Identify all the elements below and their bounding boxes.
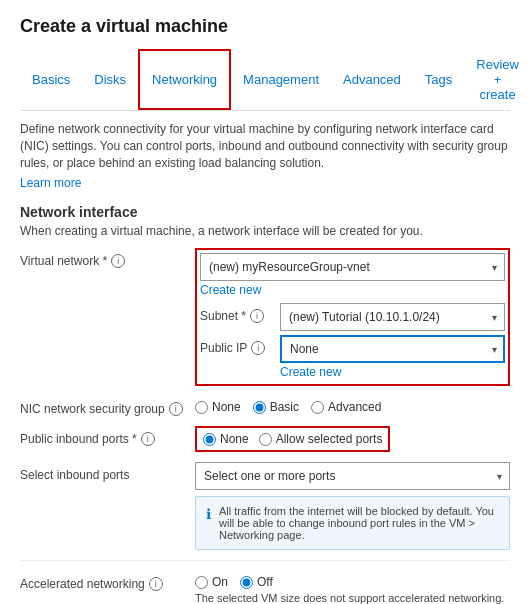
public-ip-select[interactable]: None — [280, 335, 505, 363]
virtual-network-select[interactable]: (new) myResourceGroup-vnet — [200, 253, 505, 281]
virtual-network-info-icon[interactable]: i — [111, 254, 125, 268]
accelerated-on-radio[interactable] — [195, 576, 208, 589]
public-inbound-control: None Allow selected ports — [195, 426, 510, 452]
learn-more-link[interactable]: Learn more — [20, 176, 81, 190]
public-inbound-row: Public inbound ports * i None Allow sele… — [20, 426, 510, 452]
virtual-network-control: (new) myResourceGroup-vnet ▾ Create new … — [195, 248, 510, 386]
inbound-info-box: ℹ All traffic from the internet will be … — [195, 496, 510, 550]
nic-security-basic-radio[interactable] — [253, 401, 266, 414]
nic-security-advanced-option[interactable]: Advanced — [311, 400, 381, 414]
select-inbound-label: Select inbound ports — [20, 462, 195, 482]
nic-security-label: NIC network security group i — [20, 396, 195, 416]
tab-basics[interactable]: Basics — [20, 49, 82, 110]
public-ip-info-icon[interactable]: i — [251, 341, 265, 355]
page-title: Create a virtual machine — [20, 16, 510, 37]
inbound-highlight-box: None Allow selected ports — [195, 426, 390, 452]
public-inbound-info-icon[interactable]: i — [141, 432, 155, 446]
accelerated-networking-label: Accelerated networking i — [20, 571, 195, 591]
accelerated-off-radio[interactable] — [240, 576, 253, 589]
subnet-select[interactable]: (new) Tutorial (10.10.1.0/24) — [280, 303, 505, 331]
info-circle-icon: ℹ — [206, 506, 211, 522]
tab-tags[interactable]: Tags — [413, 49, 464, 110]
tab-management[interactable]: Management — [231, 49, 331, 110]
select-inbound-wrapper: Select one or more ports ▾ — [195, 462, 510, 490]
page-description: Define network connectivity for your vir… — [20, 121, 510, 171]
public-ip-control: None ▾ Create new — [280, 335, 505, 379]
public-inbound-label: Public inbound ports * i — [20, 426, 195, 446]
nic-security-info-icon[interactable]: i — [169, 402, 183, 416]
nic-security-none-radio[interactable] — [195, 401, 208, 414]
accelerated-networking-info-icon[interactable]: i — [149, 577, 163, 591]
network-interface-title: Network interface — [20, 204, 510, 220]
network-interface-desc: When creating a virtual machine, a netwo… — [20, 224, 510, 238]
inbound-none-radio[interactable] — [203, 433, 216, 446]
subnet-label: Subnet * i — [200, 303, 280, 323]
subnet-select-wrapper: (new) Tutorial (10.10.1.0/24) ▾ — [280, 303, 505, 331]
virtual-network-highlight-box: (new) myResourceGroup-vnet ▾ Create new … — [195, 248, 510, 386]
subnet-wrapper: Subnet * i (new) Tutorial (10.10.1.0/24)… — [200, 303, 505, 331]
subnet-info-icon[interactable]: i — [250, 309, 264, 323]
accelerated-networking-options: On Off — [195, 571, 510, 589]
subnet-row: Subnet * i (new) Tutorial (10.10.1.0/24)… — [200, 303, 505, 331]
nic-security-group-row: NIC network security group i None Basic … — [20, 396, 510, 416]
nic-security-basic-option[interactable]: Basic — [253, 400, 299, 414]
tab-networking[interactable]: Networking — [138, 49, 231, 110]
nic-security-none-option[interactable]: None — [195, 400, 241, 414]
public-ip-label: Public IP i — [200, 335, 280, 355]
select-inbound-row: Select inbound ports Select one or more … — [20, 462, 510, 550]
accelerated-off-option[interactable]: Off — [240, 575, 273, 589]
accelerated-networking-control: On Off The selected VM size does not sup… — [195, 571, 510, 604]
public-ip-create-new-link[interactable]: Create new — [280, 365, 505, 379]
inbound-allow-option[interactable]: Allow selected ports — [259, 432, 383, 446]
inbound-allow-radio[interactable] — [259, 433, 272, 446]
public-ip-row: Public IP i None ▾ Create new — [200, 335, 505, 379]
accelerated-networking-row: Accelerated networking i On Off The sele… — [20, 571, 510, 604]
virtual-network-row: Virtual network * i (new) myResourceGrou… — [20, 248, 510, 386]
virtual-network-create-new-link[interactable]: Create new — [200, 283, 505, 297]
tab-review-create[interactable]: Review + create — [464, 49, 530, 110]
tab-advanced[interactable]: Advanced — [331, 49, 413, 110]
public-ip-wrapper: Public IP i None ▾ Create new — [200, 335, 505, 379]
select-inbound-select[interactable]: Select one or more ports — [195, 462, 510, 490]
subnet-control: (new) Tutorial (10.10.1.0/24) ▾ — [280, 303, 505, 331]
tab-disks[interactable]: Disks — [82, 49, 138, 110]
virtual-network-select-wrapper: (new) myResourceGroup-vnet ▾ — [200, 253, 505, 281]
public-ip-select-wrapper: None ▾ — [280, 335, 505, 363]
tab-bar: Basics Disks Networking Management Advan… — [20, 49, 510, 111]
nic-security-control: None Basic Advanced — [195, 396, 510, 414]
select-inbound-control: Select one or more ports ▾ ℹ All traffic… — [195, 462, 510, 550]
accelerated-on-option[interactable]: On — [195, 575, 228, 589]
virtual-network-label: Virtual network * i — [20, 248, 195, 268]
accelerated-networking-note: The selected VM size does not support ac… — [195, 592, 510, 604]
nic-security-advanced-radio[interactable] — [311, 401, 324, 414]
inbound-none-option[interactable]: None — [203, 432, 249, 446]
